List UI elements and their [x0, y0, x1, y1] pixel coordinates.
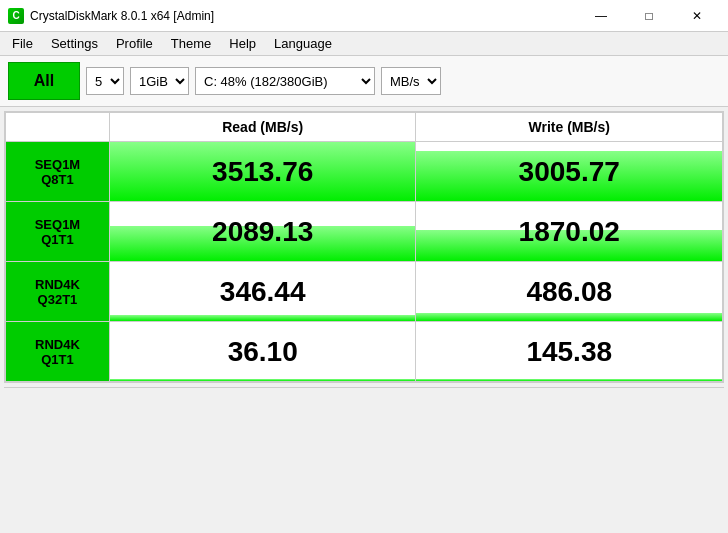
- close-button[interactable]: ✕: [674, 0, 720, 32]
- table-row: SEQ1MQ1T1 2089.13 1870.02: [6, 202, 723, 262]
- menu-bar: FileSettingsProfileThemeHelpLanguage: [0, 32, 728, 56]
- table-row: RND4KQ32T1 346.44 486.08: [6, 262, 723, 322]
- title-bar: C CrystalDiskMark 8.0.1 x64 [Admin] — □ …: [0, 0, 728, 32]
- row-label-0: SEQ1MQ8T1: [6, 142, 110, 202]
- menu-item-theme[interactable]: Theme: [163, 33, 219, 55]
- size-select[interactable]: 1GiB: [130, 67, 189, 95]
- menu-item-help[interactable]: Help: [221, 33, 264, 55]
- row-label-3: RND4KQ1T1: [6, 322, 110, 382]
- read-value-3: 36.10: [109, 322, 416, 382]
- menu-item-settings[interactable]: Settings: [43, 33, 106, 55]
- menu-item-language[interactable]: Language: [266, 33, 340, 55]
- table-row: SEQ1MQ8T1 3513.76 3005.77: [6, 142, 723, 202]
- app-icon: C: [8, 8, 24, 24]
- write-header: Write (MB/s): [416, 113, 723, 142]
- window-title: CrystalDiskMark 8.0.1 x64 [Admin]: [30, 9, 214, 23]
- row-label-2: RND4KQ32T1: [6, 262, 110, 322]
- maximize-button[interactable]: □: [626, 0, 672, 32]
- toolbar: All 5 1GiB C: 48% (182/380GiB) MB/s: [0, 56, 728, 107]
- all-button[interactable]: All: [8, 62, 80, 100]
- table-header: Read (MB/s) Write (MB/s): [6, 113, 723, 142]
- row-label-1: SEQ1MQ1T1: [6, 202, 110, 262]
- write-value-3: 145.38: [416, 322, 723, 382]
- read-value-0: 3513.76: [109, 142, 416, 202]
- menu-item-file[interactable]: File: [4, 33, 41, 55]
- write-value-1: 1870.02: [416, 202, 723, 262]
- read-header: Read (MB/s): [109, 113, 416, 142]
- status-bar: [4, 387, 724, 411]
- write-value-2: 486.08: [416, 262, 723, 322]
- main-content: Read (MB/s) Write (MB/s) SEQ1MQ8T1 3513.…: [4, 111, 724, 383]
- write-value-0: 3005.77: [416, 142, 723, 202]
- menu-item-profile[interactable]: Profile: [108, 33, 161, 55]
- runs-select[interactable]: 5: [86, 67, 124, 95]
- unit-select[interactable]: MB/s: [381, 67, 441, 95]
- table-row: RND4KQ1T1 36.10 145.38: [6, 322, 723, 382]
- read-value-2: 346.44: [109, 262, 416, 322]
- window-controls: — □ ✕: [578, 0, 720, 32]
- results-table: Read (MB/s) Write (MB/s) SEQ1MQ8T1 3513.…: [5, 112, 723, 382]
- minimize-button[interactable]: —: [578, 0, 624, 32]
- label-header: [6, 113, 110, 142]
- read-value-1: 2089.13: [109, 202, 416, 262]
- drive-select[interactable]: C: 48% (182/380GiB): [195, 67, 375, 95]
